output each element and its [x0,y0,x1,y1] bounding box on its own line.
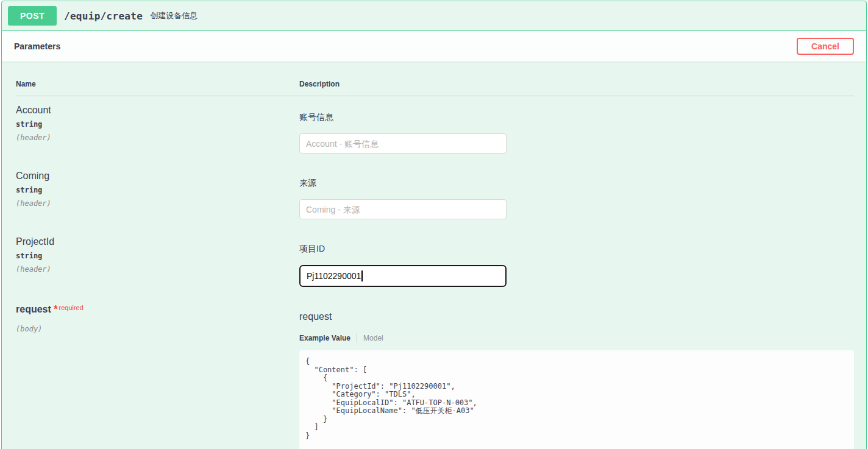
parameter-name: ProjectId [16,236,299,247]
parameter-description-cell: 项目ID Pj1102290001 [299,236,854,287]
parameter-row-projectid: ProjectId string (header) 项目ID Pj1102290… [16,228,854,295]
tab-example-value[interactable]: Example Value [299,334,350,342]
example-json: { "Content": [ { "ProjectId": "Pj1102290… [305,358,848,440]
parameter-type: string [16,252,299,260]
parameter-name-cell: Account string (header) [16,105,299,154]
request-description: request [299,311,854,322]
parameter-location: (header) [16,133,299,142]
parameter-name: Coming [16,171,299,182]
required-label: required [59,304,83,311]
parameter-description: 账号信息 [299,112,854,123]
parameter-location: (header) [16,199,299,208]
coming-input[interactable] [299,199,507,219]
endpoint-path: /equip/create [64,10,143,22]
parameters-section-header: Parameters Cancel [2,31,866,62]
parameter-name-cell: request *required (body) [16,304,299,449]
parameters-table: Name Description Account string (header)… [2,62,866,449]
parameter-description: 项目ID [299,244,854,255]
parameter-location: (body) [16,325,299,333]
parameter-name-cell: ProjectId string (header) [16,236,299,287]
parameter-type: string [16,120,299,129]
required-star: * [54,304,57,314]
parameter-description: 来源 [299,178,854,189]
example-value-block: { "Content": [ { "ProjectId": "Pj1102290… [299,350,854,449]
operation-summary-bar[interactable]: POST /equip/create 创建设备信息 [2,1,866,31]
parameter-description-cell: 账号信息 [299,105,854,154]
post-operation-block: POST /equip/create 创建设备信息 Parameters Can… [1,1,867,449]
example-model-tabs: Example Value Model [299,333,854,343]
tab-model[interactable]: Model [363,334,383,342]
text-cursor [361,270,363,281]
cancel-button[interactable]: Cancel [797,38,854,55]
parameters-title: Parameters [14,41,60,51]
tab-divider [357,333,357,343]
account-input[interactable] [299,133,507,154]
description-column-header: Description [299,80,854,88]
parameter-name: Account [16,105,299,116]
parameter-type: string [16,186,299,194]
parameter-description-cell: request Example Value Model { "Content":… [299,304,854,449]
endpoint-summary: 创建设备信息 [150,10,197,21]
table-header-row: Name Description [16,80,854,96]
projectid-input[interactable]: Pj1102290001 [299,265,507,287]
http-method-badge: POST [8,6,57,26]
parameter-location: (header) [16,265,299,274]
parameter-row-account: Account string (header) 账号信息 [16,96,854,162]
parameter-row-coming: Coming string (header) 来源 [16,162,854,228]
name-column-header: Name [16,80,299,88]
parameter-name: request *required [16,304,299,315]
parameter-name-cell: Coming string (header) [16,171,299,219]
parameter-description-cell: 来源 [299,171,854,219]
projectid-input-value: Pj1102290001 [307,271,361,281]
parameter-row-request: request *required (body) request Example… [16,295,854,449]
